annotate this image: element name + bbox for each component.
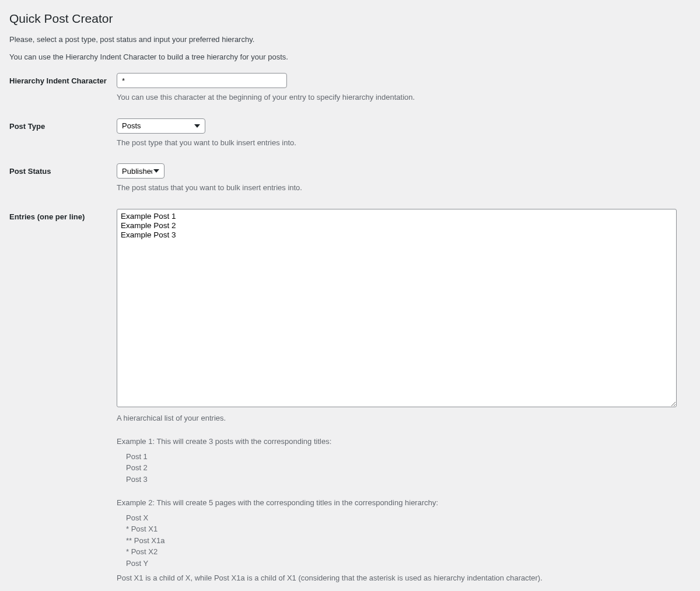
hierarchy-indent-input[interactable] — [117, 73, 287, 88]
hierarchy-indent-help: You can use this character at the beginn… — [117, 92, 685, 103]
post-type-help: The post type that you want to bulk inse… — [117, 137, 685, 149]
entries-label: Entries (one per line) — [9, 205, 117, 592]
post-status-label: Post Status — [9, 160, 117, 205]
settings-form: Hierarchy Indent Character You can use t… — [9, 69, 691, 591]
post-type-label: Post Type — [9, 115, 117, 160]
post-type-select[interactable]: Posts — [117, 118, 205, 134]
intro-text-2: You can use the Hierarchy Indent Charact… — [9, 51, 691, 63]
entries-textarea[interactable]: Example Post 1 Example Post 2 Example Po… — [117, 209, 677, 407]
intro-text-1: Please, select a post type, post status … — [9, 34, 691, 46]
post-status-select[interactable]: Published — [117, 163, 164, 179]
hierarchy-indent-label: Hierarchy Indent Character — [9, 69, 117, 115]
entries-example2-label: Example 2: This will create 5 pages with… — [117, 497, 685, 509]
entries-example1-lines: Post 1 Post 2 Post 3 — [126, 451, 685, 485]
entries-example2-note: Post X1 is a child of X, while Post X1a … — [117, 572, 685, 584]
entries-example2-lines: Post X * Post X1 ** Post X1a * Post X2 P… — [126, 512, 685, 569]
entries-example1-label: Example 1: This will create 3 posts with… — [117, 436, 685, 447]
entries-help-intro: A hierarchical list of your entries. — [117, 412, 685, 424]
page-title: Quick Post Creator — [9, 9, 691, 26]
post-status-help: The post status that you want to bulk in… — [117, 182, 685, 194]
